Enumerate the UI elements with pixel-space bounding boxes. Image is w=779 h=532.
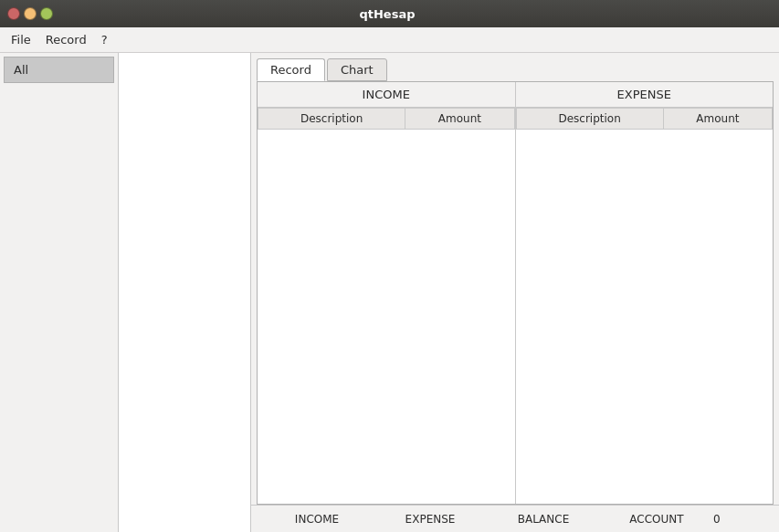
menu-record[interactable]: Record: [38, 29, 94, 50]
income-amount-header: Amount: [405, 109, 514, 130]
middle-panel: [119, 53, 251, 532]
status-expense-label: EXPENSE: [374, 513, 487, 526]
maximize-button[interactable]: [40, 7, 53, 20]
expense-table: Description Amount: [516, 108, 774, 130]
expense-amount-header: Amount: [663, 109, 772, 130]
income-table: Description Amount: [258, 108, 515, 130]
right-panel: Record Chart INCOME Description: [251, 53, 779, 532]
tab-content: INCOME Description Amount: [257, 81, 774, 505]
main-window: qtHesap File Record ? All Record Chart: [0, 0, 779, 532]
content-area: All Record Chart INCOME: [0, 53, 779, 532]
expense-section: EXPENSE Description Amount: [516, 82, 774, 504]
window-controls: [7, 7, 53, 20]
menu-bar: File Record ?: [0, 27, 779, 53]
menu-help[interactable]: ?: [94, 29, 115, 50]
status-balance-label: BALANCE: [487, 513, 600, 526]
status-account-label: ACCOUNT: [600, 513, 713, 526]
expense-table-wrapper: Description Amount: [516, 108, 774, 504]
title-bar: qtHesap: [0, 0, 779, 27]
income-section: INCOME Description Amount: [258, 82, 515, 504]
expense-header: EXPENSE: [516, 82, 774, 108]
tabs: Record Chart: [251, 53, 779, 81]
income-header: INCOME: [258, 82, 515, 108]
expense-desc-header: Description: [516, 109, 663, 130]
income-desc-header: Description: [258, 109, 405, 130]
close-button[interactable]: [7, 7, 20, 20]
left-panel: All: [0, 53, 119, 532]
window-title: qtHesap: [53, 7, 721, 21]
tables-area: INCOME Description Amount: [258, 82, 773, 504]
status-account-value: 0: [713, 513, 770, 526]
all-item[interactable]: All: [4, 57, 114, 83]
tab-chart[interactable]: Chart: [327, 58, 387, 81]
minimize-button[interactable]: [24, 7, 37, 20]
tab-record[interactable]: Record: [257, 58, 325, 81]
status-income-label: INCOME: [260, 513, 374, 526]
status-bar: INCOME EXPENSE BALANCE ACCOUNT 0: [251, 505, 779, 532]
menu-file[interactable]: File: [4, 29, 38, 50]
income-table-wrapper: Description Amount: [258, 108, 515, 504]
